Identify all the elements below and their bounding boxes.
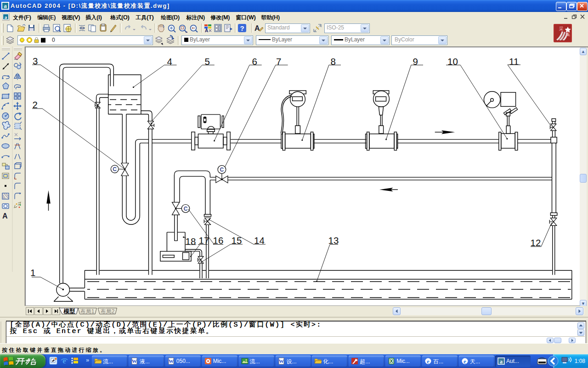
svg-text:模型: 模型: [63, 308, 76, 315]
svg-text:W: W: [169, 358, 174, 364]
svg-text:1: 1: [30, 267, 35, 278]
svg-text:7: 7: [276, 56, 281, 67]
svg-text:»: »: [86, 356, 89, 363]
svg-text:18: 18: [186, 236, 196, 247]
svg-text:11: 11: [509, 56, 519, 67]
svg-text:14: 14: [254, 235, 265, 246]
svg-text:5: 5: [205, 56, 210, 67]
svg-text:A: A: [205, 28, 208, 33]
svg-text:C: C: [113, 166, 117, 172]
svg-text:W: W: [279, 358, 284, 364]
svg-text:集: 集: [565, 32, 570, 37]
svg-text:C: C: [220, 167, 224, 173]
svg-text:2: 2: [33, 99, 38, 110]
svg-text:a: a: [500, 358, 503, 365]
svg-text:17: 17: [199, 235, 209, 246]
svg-text:6: 6: [252, 56, 257, 67]
svg-text:e: e: [427, 358, 430, 365]
svg-text:e: e: [464, 358, 466, 365]
svg-text:C: C: [184, 206, 188, 212]
svg-text:8: 8: [331, 56, 336, 67]
svg-text:A: A: [254, 24, 260, 32]
svg-text:9: 9: [413, 56, 418, 67]
svg-text:4: 4: [167, 56, 172, 67]
svg-text:10: 10: [447, 56, 458, 67]
svg-text:e: e: [62, 356, 66, 365]
svg-text:W: W: [132, 358, 137, 364]
svg-text:A: A: [2, 212, 8, 220]
svg-text:12: 12: [531, 237, 541, 248]
svg-text:15: 15: [232, 235, 242, 246]
svg-text:X: X: [390, 358, 394, 364]
svg-text:13: 13: [328, 235, 339, 246]
svg-text:?: ?: [240, 24, 244, 32]
svg-text:采: 采: [559, 26, 564, 31]
svg-text:布局1: 布局1: [80, 308, 95, 315]
svg-text:16: 16: [213, 235, 224, 246]
svg-text:a: a: [4, 2, 7, 9]
svg-text:a: a: [5, 14, 7, 20]
svg-text:布局2: 布局2: [101, 308, 115, 315]
svg-text:3: 3: [33, 56, 38, 66]
